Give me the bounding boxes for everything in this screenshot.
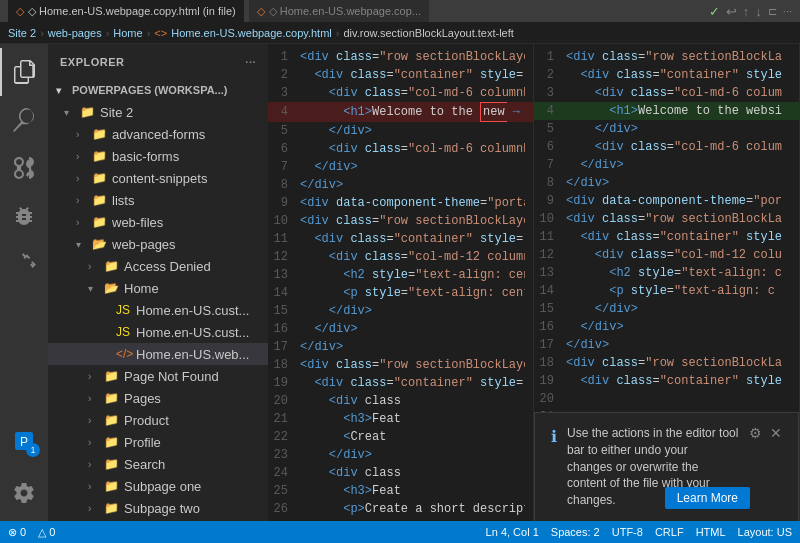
folder-icon: 📁 bbox=[104, 435, 120, 449]
sidebar-item-label: Pages bbox=[124, 391, 161, 406]
breadcrumb-file[interactable]: Home.en-US.webpage.copy.html bbox=[171, 27, 332, 39]
sidebar-item-content-snippets[interactable]: › 📁 content-snippets bbox=[48, 167, 268, 189]
code-line: 3 <div class="col-md-6 columnBl bbox=[268, 84, 533, 102]
code-line: 15 </div> bbox=[534, 300, 799, 318]
code-line: 6 <div class="col-md-6 colum bbox=[534, 138, 799, 156]
code-line: 17 </div> bbox=[268, 338, 533, 356]
breadcrumb-home[interactable]: Home bbox=[113, 27, 142, 39]
sidebar-item-home-webpage[interactable]: </> Home.en-US.web... bbox=[48, 343, 268, 365]
explorer-label: EXPLORER bbox=[60, 56, 125, 68]
notification-actions: ⚙ ✕ bbox=[749, 425, 782, 441]
more-action-icon[interactable]: ··· bbox=[783, 5, 792, 17]
notification-popup: ℹ Use the actions in the editor tool bar… bbox=[534, 412, 799, 521]
search-arrow: › bbox=[88, 459, 104, 470]
status-warnings[interactable]: △ 0 bbox=[38, 526, 55, 539]
split-action-icon[interactable]: ⊏ bbox=[768, 5, 777, 18]
activity-explorer[interactable] bbox=[0, 48, 48, 96]
sidebar-item-label: Product bbox=[124, 413, 169, 428]
status-spaces[interactable]: Spaces: 2 bbox=[551, 526, 600, 538]
sidebar-item-home-cust2[interactable]: JS Home.en-US.cust... bbox=[48, 321, 268, 343]
breadcrumb-tag: <> bbox=[154, 27, 167, 39]
sidebar-item-label: Search bbox=[124, 457, 165, 472]
editor-tab-1[interactable]: ◇ ◇ Home.en-US.webpage.copy.html (in fil… bbox=[8, 0, 244, 22]
activity-extensions[interactable] bbox=[0, 240, 48, 288]
code-line: 9 <div data-component-theme="por bbox=[534, 192, 799, 210]
folder-open-icon: 📂 bbox=[92, 237, 108, 251]
sidebar-item-search[interactable]: › 📁 Search bbox=[48, 453, 268, 475]
sidebar-item-site2[interactable]: ▾ 📁 Site 2 bbox=[48, 101, 268, 123]
sidebar-item-home[interactable]: ▾ 📂 Home bbox=[48, 277, 268, 299]
bf-arrow: › bbox=[76, 151, 92, 162]
activity-powerpages[interactable]: P 1 bbox=[0, 417, 48, 465]
sidebar-item-label: Site 2 bbox=[100, 105, 133, 120]
js-file-icon: JS bbox=[116, 325, 132, 339]
code-line: 16 </div> bbox=[268, 320, 533, 338]
sidebar-item-web-pages[interactable]: ▾ 📂 web-pages bbox=[48, 233, 268, 255]
notification-line3: changes. bbox=[567, 493, 616, 507]
breadcrumb-site2[interactable]: Site 2 bbox=[8, 27, 36, 39]
status-layout[interactable]: Layout: US bbox=[738, 526, 792, 538]
status-errors[interactable]: ⊗ 0 bbox=[8, 526, 26, 539]
sidebar-item-subpage-two[interactable]: › 📁 Subpage two bbox=[48, 497, 268, 519]
sidebar-item-pages[interactable]: › 📁 Pages bbox=[48, 387, 268, 409]
down-action-icon[interactable]: ↓ bbox=[755, 4, 762, 19]
workspace-root[interactable]: ▾ POWERPAGES (WORKSPA...) bbox=[48, 79, 268, 101]
code-line: 19 <div class="container" style="p bbox=[268, 374, 533, 392]
status-ln-col[interactable]: Ln 4, Col 1 bbox=[486, 526, 539, 538]
code-line: 20 <div class bbox=[268, 392, 533, 410]
check-action-icon[interactable]: ✓ bbox=[709, 4, 720, 19]
code-line: 20 bbox=[534, 390, 799, 408]
notification-close-icon[interactable]: ✕ bbox=[770, 425, 782, 441]
status-bar: ⊗ 0 △ 0 Ln 4, Col 1 Spaces: 2 UTF-8 CRLF… bbox=[0, 521, 800, 543]
code-line: 10 <div class="row sectionBlockLayout bbox=[268, 212, 533, 230]
activity-scm[interactable] bbox=[0, 144, 48, 192]
sidebar-item-basic-forms[interactable]: › 📁 basic-forms bbox=[48, 145, 268, 167]
sidebar-item-profile[interactable]: › 📁 Profile bbox=[48, 431, 268, 453]
code-line: 15 </div> bbox=[268, 302, 533, 320]
notification-settings-icon[interactable]: ⚙ bbox=[749, 425, 762, 441]
breadcrumb-sep-2: › bbox=[106, 27, 110, 39]
up-action-icon[interactable]: ↑ bbox=[743, 4, 750, 19]
sidebar-item-product[interactable]: › 📁 Product bbox=[48, 409, 268, 431]
sidebar-more-icon[interactable]: ··· bbox=[245, 56, 256, 68]
sidebar-item-label: Subpage two bbox=[124, 501, 200, 516]
status-encoding[interactable]: UTF-8 bbox=[612, 526, 643, 538]
sidebar-header-actions: ··· bbox=[245, 56, 256, 68]
pnf-arrow: › bbox=[88, 371, 104, 382]
code-line: 18 <div class="row sectionBlockLa bbox=[534, 354, 799, 372]
sidebar-item-label: web-pages bbox=[112, 237, 176, 252]
settings-icon bbox=[12, 481, 36, 505]
learn-more-button[interactable]: Learn More bbox=[665, 487, 750, 509]
left-code-content[interactable]: 1 <div class="row sectionBlockLayou 2 <d… bbox=[268, 44, 533, 521]
sidebar-item-subpage-one[interactable]: › 📁 Subpage one bbox=[48, 475, 268, 497]
activity-search[interactable] bbox=[0, 96, 48, 144]
search-icon bbox=[12, 108, 36, 132]
undo-action-icon[interactable]: ↩ bbox=[726, 4, 737, 19]
status-eol[interactable]: CRLF bbox=[655, 526, 684, 538]
breadcrumb-web-pages[interactable]: web-pages bbox=[48, 27, 102, 39]
code-line: 1 <div class="row sectionBlockLayou bbox=[268, 48, 533, 66]
code-line: 2 <div class="container" style bbox=[534, 66, 799, 84]
sidebar-item-advanced-forms[interactable]: › 📁 advanced-forms bbox=[48, 123, 268, 145]
line-arrow-icon: → bbox=[507, 103, 525, 121]
activity-settings[interactable] bbox=[0, 469, 48, 517]
sidebar-item-lists[interactable]: › 📁 lists bbox=[48, 189, 268, 211]
tab-group: ◇ ◇ Home.en-US.webpage.copy.html (in fil… bbox=[8, 0, 429, 22]
product-arrow: › bbox=[88, 415, 104, 426]
sidebar-item-web-files[interactable]: › 📁 web-files bbox=[48, 211, 268, 233]
code-line: 22 <Creat bbox=[268, 428, 533, 446]
code-line: 24 <div class bbox=[268, 464, 533, 482]
sidebar-item-home-cust1[interactable]: JS Home.en-US.cust... bbox=[48, 299, 268, 321]
title-bar: ◇ ◇ Home.en-US.webpage.copy.html (in fil… bbox=[0, 0, 800, 22]
status-left: ⊗ 0 △ 0 bbox=[8, 526, 55, 539]
activity-debug[interactable] bbox=[0, 192, 48, 240]
code-line: 13 <h2 style="text-align: c bbox=[534, 264, 799, 282]
status-language[interactable]: HTML bbox=[696, 526, 726, 538]
code-line: 14 <p style="text-align: center bbox=[268, 284, 533, 302]
code-line: 26 <p>Create a short descriptio bbox=[268, 500, 533, 518]
editor-tab-2[interactable]: ◇ ◇ Home.en-US.webpage.cop... bbox=[248, 0, 429, 22]
sidebar-item-access-denied[interactable]: › 📁 Access Denied bbox=[48, 255, 268, 277]
breadcrumb-sep-1: › bbox=[40, 27, 44, 39]
sidebar-item-page-not-found[interactable]: › 📁 Page Not Found bbox=[48, 365, 268, 387]
source-control-icon bbox=[12, 156, 36, 180]
